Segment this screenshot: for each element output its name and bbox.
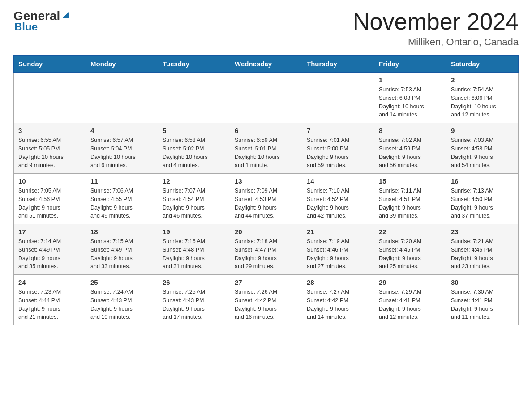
calendar-cell: 13Sunrise: 7:09 AM Sunset: 4:53 PM Dayli… bbox=[230, 174, 302, 224]
day-number: 24 bbox=[18, 278, 81, 286]
day-number: 27 bbox=[235, 278, 297, 286]
day-number: 28 bbox=[307, 278, 369, 286]
day-info: Sunrise: 7:26 AM Sunset: 4:42 PM Dayligh… bbox=[235, 288, 297, 321]
day-info: Sunrise: 7:13 AM Sunset: 4:50 PM Dayligh… bbox=[451, 187, 514, 220]
calendar-week-row: 17Sunrise: 7:14 AM Sunset: 4:49 PM Dayli… bbox=[14, 224, 519, 275]
day-info: Sunrise: 7:05 AM Sunset: 4:56 PM Dayligh… bbox=[18, 187, 81, 220]
day-number: 7 bbox=[307, 127, 369, 134]
calendar-cell: 3Sunrise: 6:55 AM Sunset: 5:05 PM Daylig… bbox=[14, 123, 86, 174]
column-header-friday: Friday bbox=[374, 56, 446, 73]
day-info: Sunrise: 7:25 AM Sunset: 4:43 PM Dayligh… bbox=[163, 288, 225, 321]
day-number: 5 bbox=[163, 127, 225, 134]
day-info: Sunrise: 7:11 AM Sunset: 4:51 PM Dayligh… bbox=[379, 187, 442, 220]
day-info: Sunrise: 7:27 AM Sunset: 4:42 PM Dayligh… bbox=[307, 288, 369, 321]
day-number: 8 bbox=[379, 127, 442, 134]
calendar-week-row: 10Sunrise: 7:05 AM Sunset: 4:56 PM Dayli… bbox=[14, 174, 519, 224]
day-info: Sunrise: 7:10 AM Sunset: 4:52 PM Dayligh… bbox=[307, 187, 369, 220]
day-number: 16 bbox=[451, 177, 514, 185]
day-number: 12 bbox=[163, 177, 225, 185]
calendar-week-row: 3Sunrise: 6:55 AM Sunset: 5:05 PM Daylig… bbox=[14, 123, 519, 174]
page-header: General Blue November 2024 Milliken, Ont… bbox=[13, 9, 519, 48]
calendar-week-row: 1Sunrise: 7:53 AM Sunset: 6:08 PM Daylig… bbox=[14, 73, 519, 123]
calendar-cell: 23Sunrise: 7:21 AM Sunset: 4:45 PM Dayli… bbox=[446, 224, 519, 275]
calendar-cell: 17Sunrise: 7:14 AM Sunset: 4:49 PM Dayli… bbox=[14, 224, 86, 275]
calendar-cell: 9Sunrise: 7:03 AM Sunset: 4:58 PM Daylig… bbox=[446, 123, 519, 174]
calendar-cell: 6Sunrise: 6:59 AM Sunset: 5:01 PM Daylig… bbox=[230, 123, 302, 174]
column-header-monday: Monday bbox=[86, 56, 158, 73]
day-info: Sunrise: 7:07 AM Sunset: 4:54 PM Dayligh… bbox=[163, 187, 225, 220]
day-info: Sunrise: 6:57 AM Sunset: 5:04 PM Dayligh… bbox=[90, 136, 153, 170]
calendar-cell: 1Sunrise: 7:53 AM Sunset: 6:08 PM Daylig… bbox=[374, 73, 446, 123]
day-info: Sunrise: 7:20 AM Sunset: 4:45 PM Dayligh… bbox=[379, 237, 442, 271]
calendar-cell: 21Sunrise: 7:19 AM Sunset: 4:46 PM Dayli… bbox=[302, 224, 374, 275]
calendar-cell: 30Sunrise: 7:30 AM Sunset: 4:41 PM Dayli… bbox=[446, 275, 519, 325]
day-info: Sunrise: 6:58 AM Sunset: 5:02 PM Dayligh… bbox=[163, 136, 225, 170]
day-info: Sunrise: 7:09 AM Sunset: 4:53 PM Dayligh… bbox=[235, 187, 297, 220]
day-info: Sunrise: 7:03 AM Sunset: 4:58 PM Dayligh… bbox=[451, 136, 514, 170]
location-subtitle: Milliken, Ontario, Canada bbox=[353, 36, 519, 48]
calendar-cell bbox=[230, 73, 302, 123]
day-info: Sunrise: 7:01 AM Sunset: 5:00 PM Dayligh… bbox=[307, 136, 369, 170]
calendar-cell: 11Sunrise: 7:06 AM Sunset: 4:55 PM Dayli… bbox=[86, 174, 158, 224]
day-info: Sunrise: 7:06 AM Sunset: 4:55 PM Dayligh… bbox=[90, 187, 153, 220]
day-info: Sunrise: 7:53 AM Sunset: 6:08 PM Dayligh… bbox=[379, 86, 442, 119]
day-number: 6 bbox=[235, 127, 297, 134]
calendar-cell: 27Sunrise: 7:26 AM Sunset: 4:42 PM Dayli… bbox=[230, 275, 302, 325]
column-header-wednesday: Wednesday bbox=[230, 56, 302, 73]
day-number: 13 bbox=[235, 177, 297, 185]
day-info: Sunrise: 7:16 AM Sunset: 4:48 PM Dayligh… bbox=[163, 237, 225, 271]
calendar-cell: 15Sunrise: 7:11 AM Sunset: 4:51 PM Dayli… bbox=[374, 174, 446, 224]
logo-blue-text: Blue bbox=[14, 21, 38, 33]
calendar-cell: 24Sunrise: 7:23 AM Sunset: 4:44 PM Dayli… bbox=[14, 275, 86, 325]
day-number: 14 bbox=[307, 177, 369, 185]
calendar-week-row: 24Sunrise: 7:23 AM Sunset: 4:44 PM Dayli… bbox=[14, 275, 519, 325]
day-number: 30 bbox=[451, 278, 514, 286]
day-info: Sunrise: 6:59 AM Sunset: 5:01 PM Dayligh… bbox=[235, 136, 297, 170]
day-info: Sunrise: 7:15 AM Sunset: 4:49 PM Dayligh… bbox=[90, 237, 153, 271]
day-info: Sunrise: 7:18 AM Sunset: 4:47 PM Dayligh… bbox=[235, 237, 297, 271]
day-number: 2 bbox=[451, 76, 514, 84]
calendar-cell bbox=[302, 73, 374, 123]
day-number: 26 bbox=[163, 278, 225, 286]
day-number: 4 bbox=[90, 127, 153, 134]
day-info: Sunrise: 6:55 AM Sunset: 5:05 PM Dayligh… bbox=[18, 136, 81, 170]
svg-marker-0 bbox=[62, 12, 69, 18]
logo: General Blue bbox=[13, 9, 70, 33]
column-header-tuesday: Tuesday bbox=[158, 56, 230, 73]
calendar-cell bbox=[158, 73, 230, 123]
calendar-cell: 5Sunrise: 6:58 AM Sunset: 5:02 PM Daylig… bbox=[158, 123, 230, 174]
day-number: 23 bbox=[451, 228, 514, 235]
calendar-cell: 29Sunrise: 7:29 AM Sunset: 4:41 PM Dayli… bbox=[374, 275, 446, 325]
calendar-cell: 2Sunrise: 7:54 AM Sunset: 6:06 PM Daylig… bbox=[446, 73, 519, 123]
calendar-cell: 19Sunrise: 7:16 AM Sunset: 4:48 PM Dayli… bbox=[158, 224, 230, 275]
day-number: 9 bbox=[451, 127, 514, 134]
day-info: Sunrise: 7:14 AM Sunset: 4:49 PM Dayligh… bbox=[18, 237, 81, 271]
calendar-cell: 18Sunrise: 7:15 AM Sunset: 4:49 PM Dayli… bbox=[86, 224, 158, 275]
calendar-cell: 28Sunrise: 7:27 AM Sunset: 4:42 PM Dayli… bbox=[302, 275, 374, 325]
day-info: Sunrise: 7:29 AM Sunset: 4:41 PM Dayligh… bbox=[379, 288, 442, 321]
calendar-cell: 4Sunrise: 6:57 AM Sunset: 5:04 PM Daylig… bbox=[86, 123, 158, 174]
day-info: Sunrise: 7:30 AM Sunset: 4:41 PM Dayligh… bbox=[451, 288, 514, 321]
day-number: 22 bbox=[379, 228, 442, 235]
day-number: 17 bbox=[18, 228, 81, 235]
day-info: Sunrise: 7:02 AM Sunset: 4:59 PM Dayligh… bbox=[379, 136, 442, 170]
calendar-cell: 14Sunrise: 7:10 AM Sunset: 4:52 PM Dayli… bbox=[302, 174, 374, 224]
day-number: 1 bbox=[379, 76, 442, 84]
calendar-cell: 26Sunrise: 7:25 AM Sunset: 4:43 PM Dayli… bbox=[158, 275, 230, 325]
day-number: 10 bbox=[18, 177, 81, 185]
day-info: Sunrise: 7:54 AM Sunset: 6:06 PM Dayligh… bbox=[451, 86, 514, 119]
day-number: 29 bbox=[379, 278, 442, 286]
calendar-header-row: SundayMondayTuesdayWednesdayThursdayFrid… bbox=[14, 56, 519, 73]
calendar-cell bbox=[86, 73, 158, 123]
calendar-cell: 12Sunrise: 7:07 AM Sunset: 4:54 PM Dayli… bbox=[158, 174, 230, 224]
day-number: 20 bbox=[235, 228, 297, 235]
calendar-cell bbox=[14, 73, 86, 123]
day-number: 25 bbox=[90, 278, 153, 286]
column-header-saturday: Saturday bbox=[446, 56, 519, 73]
calendar-cell: 16Sunrise: 7:13 AM Sunset: 4:50 PM Dayli… bbox=[446, 174, 519, 224]
column-header-thursday: Thursday bbox=[302, 56, 374, 73]
calendar-title: November 2024 bbox=[353, 9, 519, 34]
day-info: Sunrise: 7:23 AM Sunset: 4:44 PM Dayligh… bbox=[18, 288, 81, 321]
day-number: 3 bbox=[18, 127, 81, 134]
calendar-cell: 25Sunrise: 7:24 AM Sunset: 4:43 PM Dayli… bbox=[86, 275, 158, 325]
